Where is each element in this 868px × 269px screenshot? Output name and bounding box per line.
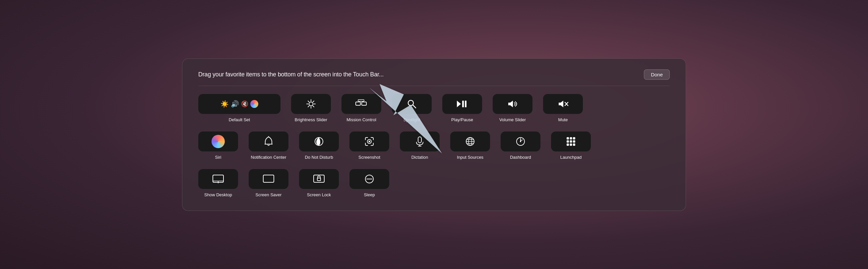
mute-label: Mute [558,117,568,122]
screen-lock-button[interactable] [299,169,339,189]
spotlight-label: Spotlight [403,117,421,122]
svg-rect-51 [573,143,575,146]
svg-point-30 [369,140,370,142]
svg-rect-12 [358,100,364,101]
play-pause-icon [456,99,468,109]
notification-center-button[interactable] [249,132,288,152]
dictation-button[interactable] [400,132,440,152]
screenshot-label: Screenshot [359,155,380,160]
item-default-set: ☀️ 🔊 🔇 Default Set [198,94,280,122]
default-set-button[interactable]: ☀️ 🔊 🔇 [198,94,280,114]
svg-marker-15 [457,101,461,107]
spotlight-button[interactable] [392,94,432,114]
launchpad-icon [566,136,576,147]
item-siri: Siri [198,132,238,160]
play-pause-button[interactable] [442,94,482,114]
screenshot-button[interactable] [349,132,389,152]
sun-icon: ☀️ [220,100,229,108]
item-screenshot: Screenshot [349,132,389,160]
done-button[interactable]: Done [644,70,670,80]
play-pause-label: Play/Pause [451,117,473,122]
item-mute: Mute [543,94,583,122]
svg-rect-17 [465,101,466,107]
default-set-icons: ☀️ 🔊 🔇 [220,100,258,108]
svg-line-7 [313,106,314,107]
dashboard-icon [515,136,526,147]
sleep-icon [364,174,375,184]
show-desktop-button[interactable] [198,169,238,189]
svg-rect-16 [462,101,464,107]
svg-point-1 [309,102,313,106]
volume-slider-icon [507,99,518,109]
svg-rect-46 [567,140,569,142]
mission-control-button[interactable] [341,94,381,114]
touch-bar-panel: Drag your favorite items to the bottom o… [182,58,686,211]
volume-slider-button[interactable] [493,94,532,114]
sleep-button[interactable] [349,169,389,189]
row-1: ☀️ 🔊 🔇 Default Set [198,94,670,122]
spotlight-icon [406,99,417,109]
do-not-disturb-button[interactable] [299,132,339,152]
item-play-pause: Play/Pause [442,94,482,122]
mute-icon [557,99,568,109]
svg-rect-44 [570,137,572,139]
item-dictation: Dictation [400,132,440,160]
panel-header: Drag your favorite items to the bottom o… [198,70,670,86]
svg-rect-50 [570,143,572,146]
input-sources-label: Input Sources [457,155,484,160]
svg-line-8 [313,101,314,102]
mission-control-icon [355,99,367,109]
svg-rect-43 [567,137,569,139]
svg-rect-48 [573,140,575,142]
default-set-label: Default Set [229,117,250,122]
launchpad-label: Launchpad [560,155,582,160]
items-grid: ☀️ 🔊 🔇 Default Set [198,94,670,197]
volume-slider-label: Volume Slider [499,117,526,122]
item-sleep: Sleep [349,169,389,197]
item-brightness-slider: Brightness Slider [291,94,331,122]
do-not-disturb-icon [314,136,324,147]
siri-button[interactable] [198,132,238,152]
svg-rect-56 [263,175,274,182]
input-sources-icon [465,136,475,147]
item-input-sources: Input Sources [450,132,490,160]
item-show-desktop: Show Desktop [198,169,238,197]
header-instruction: Drag your favorite items to the bottom o… [198,71,383,78]
mute-button[interactable] [543,94,583,114]
screen-saver-icon [262,174,275,184]
notification-center-icon [264,136,273,147]
input-sources-button[interactable] [450,132,490,152]
screenshot-icon [364,136,375,147]
svg-line-9 [308,106,309,107]
dashboard-label: Dashboard [510,155,531,160]
item-dashboard: Dashboard [501,132,540,160]
siri-ball-icon [250,100,258,108]
svg-rect-49 [567,143,569,146]
svg-line-6 [308,101,309,102]
svg-rect-31 [418,137,422,143]
screen-saver-button[interactable] [249,169,288,189]
brightness-icon [306,99,316,109]
dashboard-button[interactable] [501,132,540,152]
launchpad-button[interactable] [551,132,591,152]
notification-center-label: Notification Center [251,155,286,160]
row-3: Show Desktop Screen Saver [198,169,670,197]
svg-rect-45 [573,137,575,139]
sleep-label: Sleep [364,192,375,197]
svg-rect-10 [356,102,361,105]
dictation-label: Dictation [411,155,428,160]
dictation-icon [415,136,424,147]
svg-marker-19 [559,101,563,107]
item-spotlight: Spotlight [392,94,432,122]
svg-rect-59 [317,178,320,181]
item-screen-saver: Screen Saver [249,169,288,197]
brightness-slider-label: Brightness Slider [295,117,327,122]
screen-saver-label: Screen Saver [256,192,282,197]
brightness-slider-button[interactable] [291,94,331,114]
mission-control-label: Mission Control [346,117,376,122]
item-screen-lock: Screen Lock [299,169,339,197]
svg-marker-18 [508,101,513,107]
screen-lock-label: Screen Lock [307,192,331,197]
item-volume-slider: Volume Slider [493,94,532,122]
svg-rect-47 [570,140,572,142]
